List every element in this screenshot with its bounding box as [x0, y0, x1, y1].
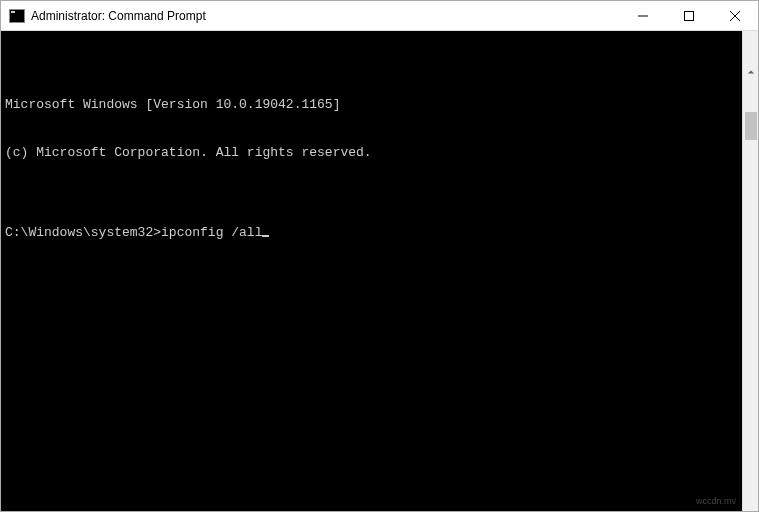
- scroll-up-button[interactable]: [743, 63, 758, 80]
- terminal-content: Microsoft Windows [Version 10.0.19042.11…: [5, 65, 754, 273]
- prompt-path: C:\Windows\system32>: [5, 225, 161, 240]
- watermark-text: wccdn.mv: [696, 493, 736, 509]
- vertical-scrollbar[interactable]: [742, 31, 758, 511]
- output-line: Microsoft Windows [Version 10.0.19042.11…: [5, 97, 738, 113]
- close-icon: [730, 11, 740, 21]
- maximize-button[interactable]: [666, 1, 712, 31]
- output-line: (c) Microsoft Corporation. All rights re…: [5, 145, 738, 161]
- maximize-icon: [684, 11, 694, 21]
- terminal-area[interactable]: Microsoft Windows [Version 10.0.19042.11…: [1, 31, 758, 511]
- minimize-icon: [638, 11, 648, 21]
- scrollbar-thumb[interactable]: [745, 112, 757, 140]
- svg-rect-1: [685, 11, 694, 20]
- command-text: ipconfig /all: [161, 225, 262, 240]
- window-title: Administrator: Command Prompt: [31, 9, 206, 23]
- titlebar: Administrator: Command Prompt: [1, 1, 758, 31]
- close-button[interactable]: [712, 1, 758, 31]
- scrollbar-track[interactable]: [743, 112, 758, 512]
- cursor-icon: [262, 235, 269, 237]
- chevron-up-icon: [747, 68, 755, 76]
- cmd-icon: [9, 9, 25, 23]
- minimize-button[interactable]: [620, 1, 666, 31]
- prompt-line: C:\Windows\system32>ipconfig /all: [5, 225, 738, 241]
